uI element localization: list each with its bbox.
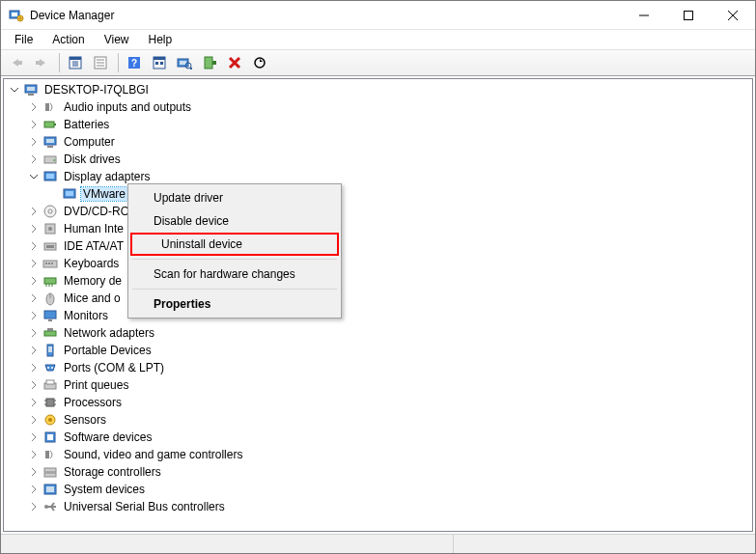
- chevron-right-icon[interactable]: [27, 274, 41, 288]
- svg-point-70: [47, 367, 49, 369]
- chevron-right-icon[interactable]: [27, 500, 41, 513]
- statusbar: [1, 534, 755, 553]
- tree-category-label: Universal Serial Bus controllers: [62, 500, 227, 513]
- device-category-icon: [42, 377, 58, 393]
- window-title: Device Manager: [30, 9, 622, 22]
- svg-rect-82: [47, 434, 53, 440]
- tree-category-label: Sound, video and game controllers: [62, 448, 244, 461]
- show-hidden-button[interactable]: [64, 52, 87, 73]
- forward-button[interactable]: [30, 52, 53, 73]
- svg-rect-8: [36, 61, 41, 65]
- help-button[interactable]: ?: [123, 52, 146, 73]
- device-tree-pane[interactable]: DESKTOP-I7QLBGI Audio inputs and outputs…: [3, 78, 753, 532]
- tree-category-label: Sensors: [62, 413, 108, 427]
- menu-action[interactable]: Action: [44, 31, 92, 48]
- chevron-right-icon[interactable]: [27, 378, 41, 392]
- device-category-icon: [42, 204, 58, 219]
- tree-category[interactable]: Computer: [27, 133, 752, 151]
- svg-rect-64: [44, 311, 56, 319]
- chevron-right-icon[interactable]: [27, 291, 41, 305]
- tree-category[interactable]: Batteries: [27, 116, 752, 133]
- chevron-right-icon[interactable]: [27, 344, 41, 357]
- tree-root[interactable]: DESKTOP-I7QLBGI: [8, 81, 752, 98]
- properties-button[interactable]: [89, 52, 112, 73]
- toolbar-separator: [118, 53, 119, 72]
- tree-category[interactable]: Ports (COM & LPT): [27, 359, 752, 376]
- chevron-right-icon[interactable]: [27, 135, 41, 149]
- tree-category-label: DVD/CD-RO: [62, 205, 131, 218]
- svg-rect-29: [212, 61, 216, 65]
- display-adapter-icon: [62, 186, 77, 202]
- ctx-properties[interactable]: Properties: [130, 292, 339, 316]
- chevron-right-icon[interactable]: [27, 465, 41, 479]
- device-category-icon: [42, 238, 58, 254]
- chevron-right-icon[interactable]: [27, 309, 41, 322]
- svg-rect-65: [48, 319, 52, 321]
- tree-category[interactable]: Universal Serial Bus controllers: [27, 498, 752, 515]
- device-category-icon: [42, 152, 58, 167]
- svg-rect-22: [155, 62, 158, 65]
- minimize-button[interactable]: [622, 1, 666, 29]
- chevron-right-icon[interactable]: [27, 205, 41, 218]
- tree-category-label: IDE ATA/AT: [62, 239, 126, 253]
- chevron-right-icon[interactable]: [27, 396, 41, 409]
- update-driver-button[interactable]: [248, 52, 271, 73]
- svg-rect-34: [27, 87, 35, 91]
- tree-category[interactable]: Audio inputs and outputs: [27, 98, 752, 116]
- tree-category[interactable]: Sound, video and game controllers: [27, 446, 752, 463]
- options-button[interactable]: [148, 52, 171, 73]
- chevron-right-icon[interactable]: [27, 257, 41, 270]
- svg-rect-1: [12, 13, 17, 16]
- ctx-uninstall-label: Uninstall device: [155, 235, 248, 254]
- svg-text:?: ?: [131, 58, 137, 69]
- back-button[interactable]: [5, 52, 28, 73]
- tree-category-label: Computer: [62, 135, 117, 149]
- chevron-right-icon[interactable]: [27, 483, 41, 496]
- ctx-separator: [132, 289, 337, 290]
- chevron-right-icon[interactable]: [27, 326, 41, 340]
- tree-category[interactable]: Software devices: [27, 429, 752, 446]
- device-category-icon: [42, 343, 58, 358]
- tree-category[interactable]: Portable Devices: [27, 342, 752, 359]
- menu-file[interactable]: File: [7, 31, 41, 48]
- tree-category[interactable]: Processors: [27, 394, 752, 411]
- chevron-right-icon[interactable]: [27, 448, 41, 461]
- tree-category[interactable]: Storage controllers: [27, 463, 752, 481]
- menu-view[interactable]: View: [97, 31, 137, 48]
- ctx-uninstall-device[interactable]: Uninstall device: [130, 233, 339, 256]
- tree-category[interactable]: Sensors: [27, 411, 752, 429]
- device-manager-window: Device Manager File Action View Help ?: [0, 0, 756, 554]
- tree-category-label: Audio inputs and outputs: [62, 100, 193, 114]
- app-icon: [9, 8, 24, 23]
- svg-rect-45: [46, 174, 54, 179]
- uninstall-button[interactable]: [223, 52, 246, 73]
- scan-button[interactable]: [173, 52, 196, 73]
- tree-category[interactable]: Disk drives: [27, 151, 752, 168]
- menu-help[interactable]: Help: [141, 31, 181, 48]
- chevron-right-icon[interactable]: [27, 118, 41, 131]
- tree-category[interactable]: Network adapters: [27, 324, 752, 342]
- svg-rect-10: [70, 57, 81, 60]
- ctx-update-driver[interactable]: Update driver: [130, 186, 339, 209]
- titlebar: Device Manager: [1, 1, 755, 30]
- ctx-scan-hardware[interactable]: Scan for hardware changes: [130, 263, 339, 286]
- svg-rect-87: [46, 486, 54, 492]
- chevron-right-icon[interactable]: [27, 152, 41, 166]
- tree-category[interactable]: Print queues: [27, 376, 752, 394]
- add-legacy-button[interactable]: [198, 52, 221, 73]
- chevron-down-icon[interactable]: [27, 170, 41, 183]
- chevron-right-icon[interactable]: [27, 239, 41, 253]
- close-button[interactable]: [711, 1, 755, 29]
- chevron-right-icon[interactable]: [27, 361, 41, 374]
- chevron-right-icon[interactable]: [27, 100, 41, 114]
- chevron-right-icon[interactable]: [27, 222, 41, 235]
- tree-category[interactable]: System devices: [27, 481, 752, 498]
- maximize-button[interactable]: [666, 1, 711, 29]
- chevron-down-icon[interactable]: [8, 83, 21, 97]
- chevron-right-icon[interactable]: [27, 413, 41, 427]
- ctx-disable-device[interactable]: Disable device: [130, 209, 339, 233]
- svg-rect-37: [44, 122, 54, 127]
- toolbar-separator: [59, 53, 60, 72]
- chevron-right-icon[interactable]: [27, 430, 41, 444]
- svg-rect-23: [160, 62, 163, 65]
